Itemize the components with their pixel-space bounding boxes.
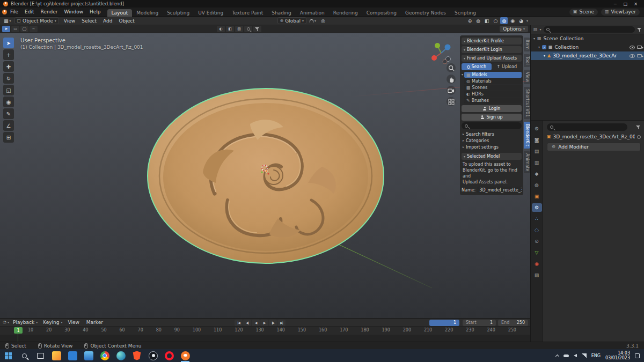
cursor-tool[interactable]: +	[3, 49, 14, 60]
expand-icon[interactable]: ▾	[538, 46, 540, 49]
material-shading-button[interactable]: ◉	[509, 17, 516, 24]
jump-to-start-button[interactable]: |◀	[235, 320, 243, 326]
workspace-tab[interactable]: Layout	[107, 9, 133, 17]
volume-icon[interactable]	[574, 354, 577, 357]
viewport-menu-item[interactable]: Select	[78, 18, 100, 24]
properties-search-input[interactable]	[547, 123, 627, 131]
find-upload-assets-header[interactable]: ▾ Find and Upload Assets	[462, 55, 522, 62]
asset-type-dropdown-icon[interactable]: ▾	[462, 73, 463, 104]
search-icon[interactable]	[244, 26, 252, 32]
sidebar-tab-blenderkit[interactable]: BlenderKit	[524, 122, 530, 149]
filter-icon[interactable]	[636, 125, 641, 130]
navigation-gizmo[interactable]	[428, 40, 454, 66]
move-tool[interactable]: ✚	[3, 61, 14, 72]
outliner-editor-icon[interactable]: ▤	[533, 27, 538, 32]
snap-toggle[interactable]: ▾	[308, 17, 318, 24]
login-button[interactable]: Login	[462, 105, 522, 112]
onedrive-cloud-icon[interactable]	[564, 354, 569, 357]
hide-in-viewport-icon[interactable]	[630, 54, 635, 58]
render-properties-icon[interactable]: ◙	[532, 136, 542, 144]
prev-keyframe-button[interactable]: ◀|	[243, 320, 251, 326]
editor-type-button[interactable]: ▦ ▾	[2, 17, 13, 24]
collection-checkbox[interactable]: ✓	[542, 45, 546, 49]
rosette-model[interactable]	[145, 86, 386, 265]
timeline-menu-item[interactable]: Marker	[84, 320, 107, 325]
gizmo-dropdown[interactable]: ⊕	[466, 17, 474, 24]
particles-properties-icon[interactable]: ∴	[532, 215, 542, 223]
pan-hand-icon[interactable]	[447, 75, 456, 84]
scale-tool[interactable]: ◱	[3, 85, 14, 95]
taskbar-app-obs[interactable]	[145, 349, 161, 362]
workspace-tab[interactable]: Compositing	[362, 9, 401, 17]
constraints-properties-icon[interactable]: ⊙	[532, 237, 542, 246]
play-reverse-button[interactable]: ◀	[252, 320, 260, 326]
gradient-icon[interactable]: ◧	[226, 26, 234, 32]
timeline-menu-item[interactable]: Keying ▾	[40, 320, 65, 325]
world-properties-icon[interactable]: ◍	[532, 181, 542, 189]
tweak-select-icon[interactable]: ➤	[2, 26, 10, 32]
rendered-shading-button[interactable]: ◕	[517, 17, 525, 24]
upload-tab[interactable]: ↑ Upload	[492, 63, 522, 70]
start-button[interactable]	[0, 349, 16, 362]
taskbar-app-edge[interactable]	[113, 349, 129, 362]
menu-item[interactable]: Render	[38, 9, 61, 14]
frame-end-field[interactable]: End 250	[498, 320, 528, 326]
blender-menu-icon[interactable]	[2, 10, 7, 14]
add-cube-tool[interactable]: ⊞	[3, 132, 14, 143]
workspace-tab[interactable]: Sculpting	[163, 9, 194, 17]
view-layer-properties-icon[interactable]: ▥	[532, 158, 542, 167]
camera-view-icon[interactable]	[447, 86, 456, 95]
workspace-tab[interactable]: UV Editing	[194, 9, 228, 17]
taskbar-app-brave[interactable]	[129, 349, 145, 362]
select-box-tool[interactable]: ➤	[3, 38, 14, 48]
current-frame-field[interactable]: 1	[429, 320, 459, 326]
clock[interactable]: 14:03 03/01/2023	[605, 351, 630, 361]
taskbar-app-explorer[interactable]	[80, 349, 97, 362]
sidebar-tab-tool[interactable]: Tool	[524, 54, 530, 67]
hide-in-viewport-icon[interactable]	[630, 46, 635, 49]
shading-dropdown-icon[interactable]: ▾	[526, 19, 528, 23]
scene-properties-icon[interactable]: ◆	[532, 169, 542, 178]
object-properties-icon[interactable]: ▣	[532, 192, 542, 201]
scene-selector[interactable]: ▣ Scene	[569, 9, 598, 16]
current-frame-marker[interactable]: 1	[14, 327, 23, 334]
asset-name-field[interactable]: 3D_model_rosette_3...	[477, 187, 522, 193]
viewport-menu-item[interactable]: View	[61, 18, 78, 24]
xray-toggle[interactable]: ◧	[483, 17, 491, 24]
workspace-tab[interactable]: Modeling	[132, 9, 163, 17]
workspace-tab[interactable]: Geometry Nodes	[401, 9, 450, 17]
box-select-icon[interactable]: ▭	[11, 26, 19, 32]
mode-dropdown[interactable]: ▢ Object Mode ▾	[14, 17, 59, 24]
expand-icon[interactable]: ▾	[533, 37, 535, 40]
options-button[interactable]: Options ▾	[500, 26, 528, 32]
proportional-edit-toggle[interactable]: ◎	[319, 17, 327, 24]
transform-tool[interactable]: ◉	[3, 97, 14, 107]
workspace-tab[interactable]: Scripting	[450, 9, 480, 17]
search-tab[interactable]: Search	[462, 63, 492, 70]
measure-tool[interactable]: ∠	[3, 120, 14, 131]
disable-in-render-icon[interactable]	[637, 46, 642, 49]
modifier-properties-icon[interactable]: ⚙	[532, 203, 542, 212]
overlays-dropdown[interactable]: ◍	[474, 17, 482, 24]
frame-start-field[interactable]: Start 1	[463, 320, 496, 326]
texture-properties-icon[interactable]: ▨	[532, 271, 542, 279]
sidebar-tab-view[interactable]: View	[524, 70, 530, 84]
annotate-tool[interactable]: ✎	[3, 108, 14, 119]
asset-type-models[interactable]: ▦ Models	[464, 72, 522, 78]
scene-collection-row[interactable]: ▾ ▦ Scene Collection	[531, 34, 644, 43]
physics-properties-icon[interactable]: ◌	[532, 226, 542, 234]
viewport-menu-item[interactable]: Add	[100, 18, 115, 24]
blenderkit-login-header[interactable]: ▾ BlenderKit Login	[462, 46, 522, 53]
menu-item[interactable]: Window	[61, 9, 87, 14]
lasso-select-icon[interactable]: ∽	[30, 26, 38, 32]
taskbar-app-chrome[interactable]	[97, 349, 113, 362]
asset-type-scenes[interactable]: ▩ Scenes	[464, 85, 522, 91]
taskbar-app-weather[interactable]	[48, 349, 64, 362]
asset-type-brushes[interactable]: ✎ Brushes	[464, 98, 522, 104]
timeline-menu-item[interactable]: Playback ▾	[10, 320, 40, 325]
timeline-menu-item[interactable]: View	[65, 320, 83, 325]
notification-center-icon[interactable]	[635, 353, 640, 358]
zoom-icon[interactable]	[447, 63, 456, 72]
blenderkit-profile-header[interactable]: ▾ BlenderKit Profile	[462, 38, 522, 45]
wireframe-shading-button[interactable]: ○	[492, 17, 500, 24]
